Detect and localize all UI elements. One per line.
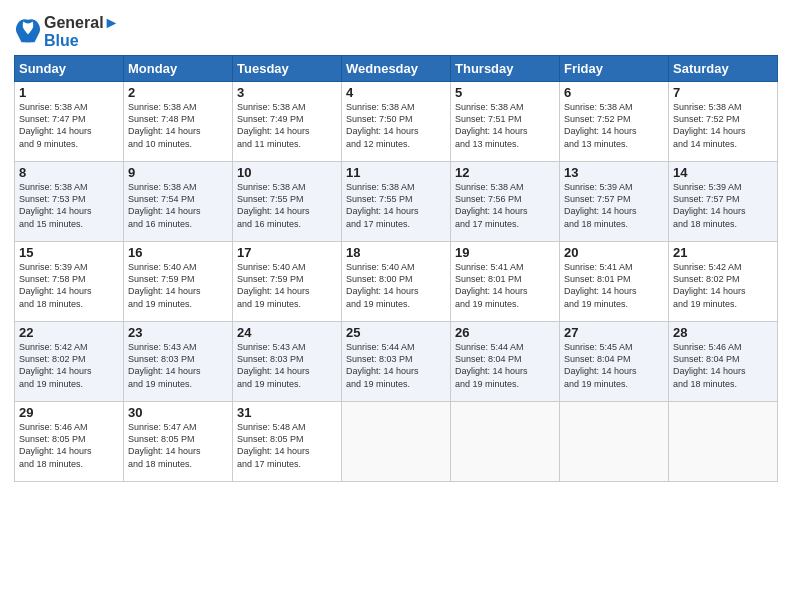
- day-number: 5: [455, 85, 555, 100]
- calendar-cell: [669, 402, 778, 482]
- day-number: 24: [237, 325, 337, 340]
- day-header-tuesday: Tuesday: [233, 56, 342, 82]
- cell-details: Sunrise: 5:38 AMSunset: 7:49 PMDaylight:…: [237, 101, 337, 150]
- calendar-cell: 19Sunrise: 5:41 AMSunset: 8:01 PMDayligh…: [451, 242, 560, 322]
- logo: General► Blue: [14, 14, 119, 49]
- day-header-wednesday: Wednesday: [342, 56, 451, 82]
- day-number: 6: [564, 85, 664, 100]
- day-number: 29: [19, 405, 119, 420]
- day-number: 4: [346, 85, 446, 100]
- day-header-monday: Monday: [124, 56, 233, 82]
- calendar-cell: 9Sunrise: 5:38 AMSunset: 7:54 PMDaylight…: [124, 162, 233, 242]
- day-header-sunday: Sunday: [15, 56, 124, 82]
- calendar-cell: 25Sunrise: 5:44 AMSunset: 8:03 PMDayligh…: [342, 322, 451, 402]
- calendar-cell: 17Sunrise: 5:40 AMSunset: 7:59 PMDayligh…: [233, 242, 342, 322]
- calendar-cell: 6Sunrise: 5:38 AMSunset: 7:52 PMDaylight…: [560, 82, 669, 162]
- day-number: 18: [346, 245, 446, 260]
- page-header: General► Blue: [14, 10, 778, 49]
- day-number: 28: [673, 325, 773, 340]
- calendar-cell: 21Sunrise: 5:42 AMSunset: 8:02 PMDayligh…: [669, 242, 778, 322]
- calendar-week-2: 8Sunrise: 5:38 AMSunset: 7:53 PMDaylight…: [15, 162, 778, 242]
- calendar-body: 1Sunrise: 5:38 AMSunset: 7:47 PMDaylight…: [15, 82, 778, 482]
- calendar-week-3: 15Sunrise: 5:39 AMSunset: 7:58 PMDayligh…: [15, 242, 778, 322]
- cell-details: Sunrise: 5:38 AMSunset: 7:47 PMDaylight:…: [19, 101, 119, 150]
- day-number: 7: [673, 85, 773, 100]
- cell-details: Sunrise: 5:42 AMSunset: 8:02 PMDaylight:…: [673, 261, 773, 310]
- calendar-cell: 18Sunrise: 5:40 AMSunset: 8:00 PMDayligh…: [342, 242, 451, 322]
- calendar-table: SundayMondayTuesdayWednesdayThursdayFrid…: [14, 55, 778, 482]
- logo-icon: [14, 16, 42, 44]
- calendar-cell: 22Sunrise: 5:42 AMSunset: 8:02 PMDayligh…: [15, 322, 124, 402]
- day-number: 20: [564, 245, 664, 260]
- calendar-cell: 11Sunrise: 5:38 AMSunset: 7:55 PMDayligh…: [342, 162, 451, 242]
- cell-details: Sunrise: 5:42 AMSunset: 8:02 PMDaylight:…: [19, 341, 119, 390]
- calendar-cell: [451, 402, 560, 482]
- calendar-header: SundayMondayTuesdayWednesdayThursdayFrid…: [15, 56, 778, 82]
- cell-details: Sunrise: 5:40 AMSunset: 7:59 PMDaylight:…: [128, 261, 228, 310]
- calendar-week-4: 22Sunrise: 5:42 AMSunset: 8:02 PMDayligh…: [15, 322, 778, 402]
- day-number: 17: [237, 245, 337, 260]
- day-number: 3: [237, 85, 337, 100]
- cell-details: Sunrise: 5:44 AMSunset: 8:03 PMDaylight:…: [346, 341, 446, 390]
- day-number: 16: [128, 245, 228, 260]
- cell-details: Sunrise: 5:46 AMSunset: 8:05 PMDaylight:…: [19, 421, 119, 470]
- calendar-cell: 2Sunrise: 5:38 AMSunset: 7:48 PMDaylight…: [124, 82, 233, 162]
- calendar-cell: 29Sunrise: 5:46 AMSunset: 8:05 PMDayligh…: [15, 402, 124, 482]
- calendar-week-5: 29Sunrise: 5:46 AMSunset: 8:05 PMDayligh…: [15, 402, 778, 482]
- cell-details: Sunrise: 5:43 AMSunset: 8:03 PMDaylight:…: [128, 341, 228, 390]
- calendar-cell: 1Sunrise: 5:38 AMSunset: 7:47 PMDaylight…: [15, 82, 124, 162]
- calendar-cell: 14Sunrise: 5:39 AMSunset: 7:57 PMDayligh…: [669, 162, 778, 242]
- cell-details: Sunrise: 5:39 AMSunset: 7:57 PMDaylight:…: [564, 181, 664, 230]
- day-number: 23: [128, 325, 228, 340]
- calendar-cell: 4Sunrise: 5:38 AMSunset: 7:50 PMDaylight…: [342, 82, 451, 162]
- day-number: 19: [455, 245, 555, 260]
- cell-details: Sunrise: 5:46 AMSunset: 8:04 PMDaylight:…: [673, 341, 773, 390]
- logo-text: General► Blue: [44, 14, 119, 49]
- day-number: 9: [128, 165, 228, 180]
- cell-details: Sunrise: 5:41 AMSunset: 8:01 PMDaylight:…: [455, 261, 555, 310]
- calendar-cell: 30Sunrise: 5:47 AMSunset: 8:05 PMDayligh…: [124, 402, 233, 482]
- cell-details: Sunrise: 5:40 AMSunset: 8:00 PMDaylight:…: [346, 261, 446, 310]
- cell-details: Sunrise: 5:38 AMSunset: 7:51 PMDaylight:…: [455, 101, 555, 150]
- calendar-cell: 10Sunrise: 5:38 AMSunset: 7:55 PMDayligh…: [233, 162, 342, 242]
- day-number: 12: [455, 165, 555, 180]
- calendar-cell: 16Sunrise: 5:40 AMSunset: 7:59 PMDayligh…: [124, 242, 233, 322]
- day-number: 14: [673, 165, 773, 180]
- calendar-week-1: 1Sunrise: 5:38 AMSunset: 7:47 PMDaylight…: [15, 82, 778, 162]
- calendar-cell: 26Sunrise: 5:44 AMSunset: 8:04 PMDayligh…: [451, 322, 560, 402]
- calendar-cell: 3Sunrise: 5:38 AMSunset: 7:49 PMDaylight…: [233, 82, 342, 162]
- calendar-cell: 15Sunrise: 5:39 AMSunset: 7:58 PMDayligh…: [15, 242, 124, 322]
- calendar-page: General► Blue SundayMondayTuesdayWednesd…: [0, 0, 792, 612]
- cell-details: Sunrise: 5:38 AMSunset: 7:52 PMDaylight:…: [673, 101, 773, 150]
- day-number: 8: [19, 165, 119, 180]
- day-number: 22: [19, 325, 119, 340]
- cell-details: Sunrise: 5:39 AMSunset: 7:58 PMDaylight:…: [19, 261, 119, 310]
- cell-details: Sunrise: 5:38 AMSunset: 7:52 PMDaylight:…: [564, 101, 664, 150]
- cell-details: Sunrise: 5:38 AMSunset: 7:55 PMDaylight:…: [346, 181, 446, 230]
- day-number: 31: [237, 405, 337, 420]
- day-number: 2: [128, 85, 228, 100]
- day-header-friday: Friday: [560, 56, 669, 82]
- cell-details: Sunrise: 5:38 AMSunset: 7:54 PMDaylight:…: [128, 181, 228, 230]
- day-number: 11: [346, 165, 446, 180]
- cell-details: Sunrise: 5:38 AMSunset: 7:50 PMDaylight:…: [346, 101, 446, 150]
- cell-details: Sunrise: 5:41 AMSunset: 8:01 PMDaylight:…: [564, 261, 664, 310]
- calendar-cell: [560, 402, 669, 482]
- cell-details: Sunrise: 5:38 AMSunset: 7:53 PMDaylight:…: [19, 181, 119, 230]
- cell-details: Sunrise: 5:40 AMSunset: 7:59 PMDaylight:…: [237, 261, 337, 310]
- calendar-cell: 8Sunrise: 5:38 AMSunset: 7:53 PMDaylight…: [15, 162, 124, 242]
- cell-details: Sunrise: 5:47 AMSunset: 8:05 PMDaylight:…: [128, 421, 228, 470]
- day-header-thursday: Thursday: [451, 56, 560, 82]
- day-number: 30: [128, 405, 228, 420]
- calendar-cell: 31Sunrise: 5:48 AMSunset: 8:05 PMDayligh…: [233, 402, 342, 482]
- calendar-cell: 12Sunrise: 5:38 AMSunset: 7:56 PMDayligh…: [451, 162, 560, 242]
- day-number: 13: [564, 165, 664, 180]
- day-number: 26: [455, 325, 555, 340]
- calendar-cell: [342, 402, 451, 482]
- cell-details: Sunrise: 5:43 AMSunset: 8:03 PMDaylight:…: [237, 341, 337, 390]
- calendar-cell: 24Sunrise: 5:43 AMSunset: 8:03 PMDayligh…: [233, 322, 342, 402]
- day-number: 1: [19, 85, 119, 100]
- calendar-cell: 5Sunrise: 5:38 AMSunset: 7:51 PMDaylight…: [451, 82, 560, 162]
- day-number: 25: [346, 325, 446, 340]
- calendar-cell: 20Sunrise: 5:41 AMSunset: 8:01 PMDayligh…: [560, 242, 669, 322]
